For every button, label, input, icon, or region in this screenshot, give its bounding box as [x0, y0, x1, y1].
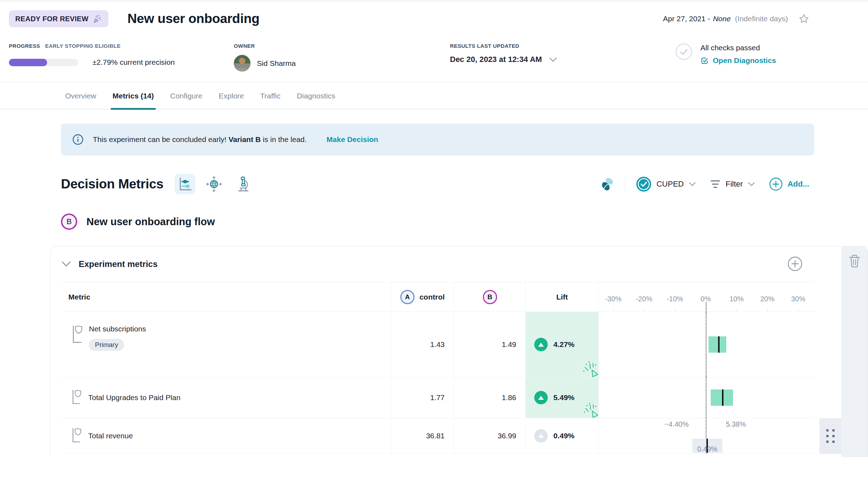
axis-tick-label: 0% — [701, 295, 711, 303]
checks-status: All checks passed — [700, 44, 776, 52]
open-diagnostics-link[interactable]: Open Diagnostics — [700, 56, 776, 65]
add-metric-button[interactable]: Add... — [769, 177, 809, 191]
add-label: Add... — [788, 180, 809, 189]
owner-label: OWNER — [234, 43, 255, 49]
deep-dive-view-button[interactable] — [233, 174, 253, 194]
status-badge: READY FOR REVIEW — [9, 10, 108, 27]
card-right-gutter — [841, 246, 868, 457]
table-row: Total revenue 36.81 36.99 0.49% −4.40% 5… — [61, 418, 815, 454]
zero-line — [706, 312, 706, 377]
variant-b-column-header: B — [454, 282, 526, 312]
date-start: Apr 27, 2021 - — [663, 15, 710, 23]
lift-value: 0.49% — [553, 432, 575, 440]
lift-column-header: Lift — [526, 282, 599, 312]
make-decision-button[interactable]: Make Decision — [327, 135, 378, 144]
lift-point-marker — [722, 389, 723, 406]
diagnostics-check-icon — [700, 57, 709, 65]
progress-bar — [9, 59, 78, 66]
tab-metrics[interactable]: Metrics (14) — [113, 92, 154, 109]
owner-name: Sid Sharma — [257, 59, 296, 68]
decision-metrics-title: Decision Metrics — [61, 177, 163, 192]
primary-tag: Primary — [89, 339, 124, 351]
lift-neutral-icon — [534, 429, 548, 443]
confetti-icon — [582, 402, 598, 418]
tab-configure[interactable]: Configure — [170, 92, 202, 109]
progress-label: PROGRESS — [9, 43, 40, 49]
tab-explore[interactable]: Explore — [219, 92, 244, 109]
filter-label: Filter — [726, 180, 743, 189]
forest-plot-view-button[interactable] — [175, 174, 195, 194]
banner-variant: Variant B — [229, 135, 261, 143]
control-value: 36.81 — [391, 418, 454, 453]
lift-cell: 0.49% — [526, 418, 599, 453]
control-column-header: A control — [391, 282, 454, 312]
ci-chart-cell: −4.40% 5.38% 0.49% — [599, 418, 815, 453]
ci-high-label: 5.38% — [726, 420, 746, 428]
axis-tick-label: -30% — [605, 295, 622, 303]
results-updated-value: Dec 20, 2023 at 12:34 AM — [450, 55, 542, 64]
experiment-metrics-section-header: Experiment metrics — [50, 246, 868, 282]
lift-up-icon — [534, 391, 548, 404]
results-updated-dropdown[interactable]: Dec 20, 2023 at 12:34 AM — [450, 55, 675, 64]
cuped-beans-icon — [599, 176, 616, 192]
divider — [625, 176, 625, 192]
collapse-chevron-icon[interactable] — [62, 261, 71, 267]
add-metric-to-section-button[interactable] — [788, 256, 802, 271]
axis-tick-label: -10% — [667, 295, 683, 303]
checks-block: All checks passed Open Diagnostics — [675, 43, 776, 72]
zero-line — [706, 377, 706, 418]
tab-overview[interactable]: Overview — [65, 92, 96, 109]
favorite-star-icon[interactable] — [799, 13, 809, 24]
date-end: None — [713, 15, 731, 23]
table-row: Total Upgrades to Paid Plan 1.77 1.86 5.… — [61, 377, 815, 418]
microscope-icon — [235, 176, 251, 192]
variant-value: 1.49 — [454, 312, 526, 377]
variant-value: 36.99 — [454, 418, 526, 453]
page-header: READY FOR REVIEW New user onboarding Apr… — [0, 2, 868, 82]
axis-tick-label: 20% — [760, 295, 774, 303]
lift-cell: 5.49% — [526, 377, 599, 418]
control-value: 1.77 — [391, 377, 454, 418]
guarded-metric-icon — [71, 389, 84, 406]
filter-control[interactable]: Filter — [710, 180, 755, 189]
lift-cell: 4.27% — [526, 312, 599, 377]
metric-column-header: Metric — [61, 282, 391, 312]
results-updated-label: RESULTS LAST UPDATED — [450, 43, 519, 49]
cuped-toggle[interactable]: CUPED — [636, 176, 696, 192]
status-badge-label: READY FOR REVIEW — [15, 15, 89, 23]
variant-value: 1.86 — [454, 377, 526, 418]
axis-tick-label: 30% — [791, 295, 805, 303]
axis-tick-label: 10% — [729, 295, 744, 303]
metric-name[interactable]: Total Upgrades to Paid Plan — [88, 393, 180, 402]
metric-name[interactable]: Total revenue — [88, 432, 133, 440]
row-drag-handle[interactable] — [819, 418, 841, 454]
owner-avatar — [234, 55, 250, 72]
guarded-metric-icon — [71, 428, 84, 444]
variant-section-title: New user onboarding flow — [86, 216, 215, 228]
metrics-table: Metric A control B Lift -30% -20% -10% 0… — [61, 282, 815, 454]
global-impact-view-button[interactable] — [204, 174, 224, 194]
open-diagnostics-label: Open Diagnostics — [713, 56, 776, 65]
checks-passed-icon — [675, 43, 693, 61]
chevron-down-icon — [748, 182, 755, 186]
axis-tick-label: -20% — [636, 295, 653, 303]
tab-diagnostics[interactable]: Diagnostics — [297, 92, 336, 109]
info-icon — [72, 134, 84, 145]
chart-axis-header: -30% -20% -10% 0% 10% 20% 30% — [599, 282, 815, 312]
confetti-icon — [581, 360, 598, 377]
decision-metrics-toolbar: Decision Metrics — [61, 174, 809, 194]
metric-name[interactable]: Net subscriptions — [89, 325, 146, 333]
experiment-page: READY FOR REVIEW New user onboarding Apr… — [0, 0, 868, 478]
tab-traffic[interactable]: Traffic — [260, 92, 281, 109]
globe-arrows-icon — [206, 176, 222, 192]
plus-circle-icon — [788, 256, 802, 271]
variant-b-badge: B — [61, 214, 77, 230]
party-popper-icon — [93, 14, 102, 23]
ci-chart-cell — [599, 312, 815, 377]
trash-icon[interactable] — [848, 254, 861, 268]
variant-a-badge: A — [400, 290, 415, 304]
zero-line — [706, 302, 706, 312]
progress-bar-fill — [9, 59, 47, 66]
early-stopping-label: EARLY STOPPING ELIGIBLE — [45, 43, 120, 49]
drag-dots-icon — [826, 429, 835, 443]
